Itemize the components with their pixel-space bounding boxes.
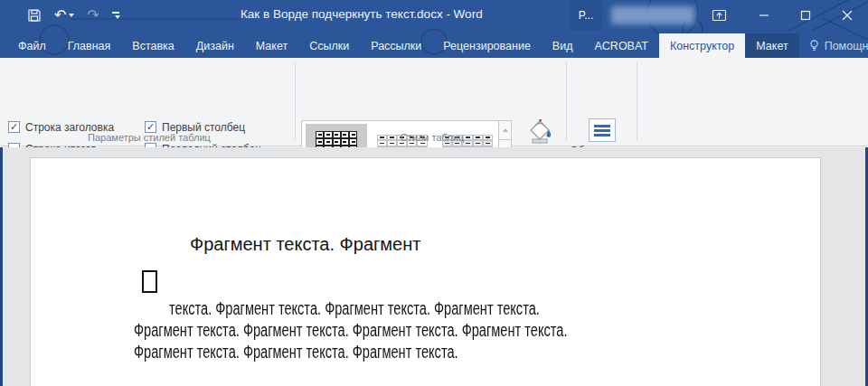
- group-separator: [566, 62, 567, 140]
- ribbon-display-options-button[interactable]: [705, 0, 732, 31]
- minimize-button[interactable]: [750, 0, 778, 31]
- tab-insert[interactable]: Вставка: [121, 33, 184, 58]
- ribbon: ✓ Строка заголовка Строка итогов ✓ Черед…: [0, 58, 868, 146]
- undo-dropdown-caret[interactable]: [69, 14, 74, 17]
- window-title: Как в Ворде подчеркнуть текст.docx - Wor…: [241, 7, 483, 21]
- qat-customize-icon: [112, 12, 119, 14]
- tell-me-button[interactable]: Помощн: [799, 33, 868, 58]
- ribbon-tab-bar: Файл Главная Вставка Дизайн Макет Ссылки…: [0, 33, 868, 58]
- tab-mailings[interactable]: Рассылки: [360, 33, 432, 58]
- group-label-table-styles: Стили таблиц: [301, 132, 563, 143]
- borders-icon: [589, 118, 616, 142]
- maximize-button[interactable]: [792, 0, 819, 31]
- document-text-line[interactable]: Фрагмент текста. Фрагмент: [190, 234, 420, 255]
- tab-references[interactable]: Ссылки: [298, 33, 360, 58]
- group-separator: [295, 62, 296, 140]
- tab-design[interactable]: Дизайн: [185, 33, 245, 58]
- quick-access-toolbar: ↶ ↷: [27, 0, 120, 31]
- tab-layout[interactable]: Макет: [245, 33, 298, 58]
- tab-acrobat[interactable]: ACROBAT: [583, 33, 659, 58]
- tab-table-design-active[interactable]: Конструктор: [659, 33, 745, 58]
- qat-customize-button[interactable]: [112, 12, 120, 19]
- empty-glyph-box[interactable]: [142, 270, 157, 293]
- qat-customize-caret: [115, 15, 120, 19]
- document-text-line[interactable]: Фрагмент текста. Фрагмент текста. Фрагме…: [134, 320, 567, 341]
- undo-icon: ↶: [54, 8, 66, 23]
- save-button[interactable]: [27, 8, 42, 23]
- lightbulb-icon: [808, 39, 820, 52]
- tab-home[interactable]: Главная: [57, 33, 122, 58]
- group-separator: [637, 62, 637, 140]
- group-label-table-style-options: Параметры стилей таблиц: [18, 132, 280, 143]
- document-text-line[interactable]: Фрагмент текста. Фрагмент текста. Фрагме…: [134, 342, 458, 362]
- word-window: ↶ ↷ Как в Ворде подчеркнуть текст.docx -…: [0, 0, 868, 386]
- tab-view[interactable]: Вид: [542, 33, 584, 58]
- close-button[interactable]: [834, 0, 861, 31]
- undo-button[interactable]: ↶: [54, 8, 74, 23]
- account-button[interactable]: P...: [570, 0, 602, 31]
- tab-review[interactable]: Рецензирование: [432, 33, 542, 58]
- document-page[interactable]: Фрагмент текста. Фрагмент текста. Фрагме…: [30, 157, 821, 386]
- user-name-redacted: [611, 6, 694, 24]
- redo-button[interactable]: ↷: [87, 8, 99, 23]
- tab-file[interactable]: Файл: [7, 33, 57, 58]
- tell-me-label: Помощн: [825, 40, 868, 52]
- document-area: Фрагмент текста. Фрагмент текста. Фрагме…: [0, 147, 868, 386]
- title-bar: ↶ ↷ Как в Ворде подчеркнуть текст.docx -…: [0, 0, 868, 58]
- document-text-line[interactable]: текста. Фрагмент текста. Фрагмент текста…: [169, 298, 540, 319]
- tab-table-layout-contextual[interactable]: Макет: [745, 33, 798, 58]
- redo-icon: ↷: [87, 8, 99, 23]
